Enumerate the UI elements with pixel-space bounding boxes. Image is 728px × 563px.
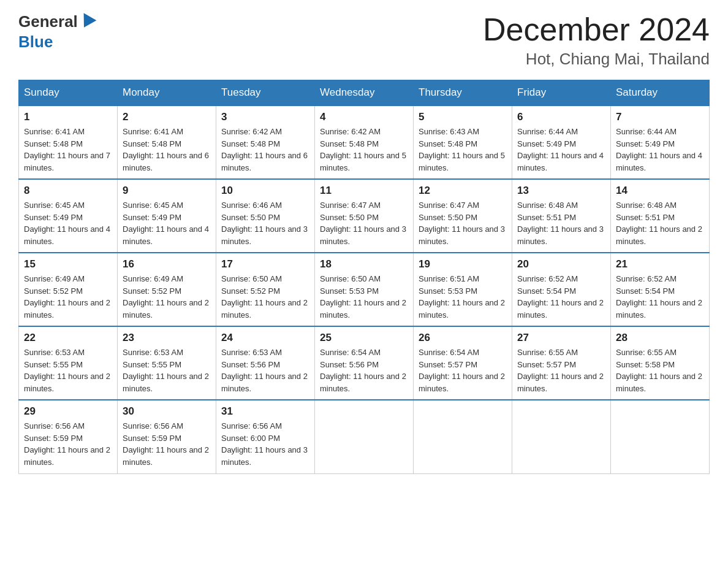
table-row: 9Sunrise: 6:45 AMSunset: 5:49 PMDaylight… <box>118 179 216 253</box>
day-info: Sunrise: 6:45 AMSunset: 5:49 PMDaylight:… <box>123 199 211 247</box>
day-number: 16 <box>123 258 211 270</box>
day-number: 4 <box>320 111 408 123</box>
logo-triangle-icon <box>77 13 96 31</box>
day-info: Sunrise: 6:44 AMSunset: 5:49 PMDaylight:… <box>517 126 605 174</box>
day-info: Sunrise: 6:50 AMSunset: 5:53 PMDaylight:… <box>320 273 408 321</box>
day-number: 25 <box>320 332 408 344</box>
calendar-table: SundayMondayTuesdayWednesdayThursdayFrid… <box>18 80 710 474</box>
day-info: Sunrise: 6:47 AMSunset: 5:50 PMDaylight:… <box>419 199 507 247</box>
table-row: 26Sunrise: 6:54 AMSunset: 5:57 PMDayligh… <box>414 326 512 400</box>
col-header-sunday: Sunday <box>19 80 118 106</box>
day-number: 11 <box>320 185 408 197</box>
table-row: 27Sunrise: 6:55 AMSunset: 5:57 PMDayligh… <box>512 326 611 400</box>
day-number: 10 <box>221 185 309 197</box>
day-info: Sunrise: 6:55 AMSunset: 5:58 PMDaylight:… <box>616 347 704 394</box>
day-info: Sunrise: 6:41 AMSunset: 5:48 PMDaylight:… <box>123 126 211 174</box>
day-number: 30 <box>123 405 211 418</box>
table-row: 3Sunrise: 6:42 AMSunset: 5:48 PMDaylight… <box>216 105 315 179</box>
day-number: 6 <box>517 111 605 123</box>
day-number: 29 <box>24 405 112 418</box>
table-row: 17Sunrise: 6:50 AMSunset: 5:52 PMDayligh… <box>216 253 315 326</box>
day-info: Sunrise: 6:45 AMSunset: 5:49 PMDaylight:… <box>24 199 112 247</box>
table-row <box>315 400 414 473</box>
table-row: 22Sunrise: 6:53 AMSunset: 5:55 PMDayligh… <box>19 326 118 400</box>
day-info: Sunrise: 6:41 AMSunset: 5:48 PMDaylight:… <box>24 126 112 174</box>
day-number: 15 <box>24 258 112 270</box>
day-info: Sunrise: 6:55 AMSunset: 5:57 PMDaylight:… <box>517 347 605 394</box>
col-header-thursday: Thursday <box>414 80 512 106</box>
day-number: 1 <box>24 111 112 123</box>
col-header-friday: Friday <box>512 80 611 106</box>
table-row: 20Sunrise: 6:52 AMSunset: 5:54 PMDayligh… <box>512 253 611 326</box>
day-info: Sunrise: 6:52 AMSunset: 5:54 PMDaylight:… <box>517 273 605 321</box>
table-row: 24Sunrise: 6:53 AMSunset: 5:56 PMDayligh… <box>216 326 315 400</box>
table-row <box>414 400 512 473</box>
day-info: Sunrise: 6:49 AMSunset: 5:52 PMDaylight:… <box>24 273 112 321</box>
day-number: 18 <box>320 258 408 270</box>
table-row: 23Sunrise: 6:53 AMSunset: 5:55 PMDayligh… <box>118 326 216 400</box>
table-row: 13Sunrise: 6:48 AMSunset: 5:51 PMDayligh… <box>512 179 611 253</box>
day-info: Sunrise: 6:56 AMSunset: 5:59 PMDaylight:… <box>24 420 112 468</box>
day-number: 13 <box>517 185 605 197</box>
title-section: December 2024 Hot, Chiang Mai, Thailand <box>483 12 710 69</box>
location-title: Hot, Chiang Mai, Thailand <box>483 50 710 69</box>
table-row: 15Sunrise: 6:49 AMSunset: 5:52 PMDayligh… <box>19 253 118 326</box>
table-row: 28Sunrise: 6:55 AMSunset: 5:58 PMDayligh… <box>611 326 710 400</box>
table-row: 30Sunrise: 6:56 AMSunset: 5:59 PMDayligh… <box>118 400 216 473</box>
table-row: 19Sunrise: 6:51 AMSunset: 5:53 PMDayligh… <box>414 253 512 326</box>
day-number: 3 <box>221 111 309 123</box>
col-header-monday: Monday <box>118 80 216 106</box>
logo: General Blue <box>18 12 96 52</box>
day-info: Sunrise: 6:54 AMSunset: 5:56 PMDaylight:… <box>320 347 408 394</box>
day-number: 2 <box>123 111 211 123</box>
day-info: Sunrise: 6:53 AMSunset: 5:55 PMDaylight:… <box>24 347 112 394</box>
table-row: 29Sunrise: 6:56 AMSunset: 5:59 PMDayligh… <box>19 400 118 473</box>
table-row: 14Sunrise: 6:48 AMSunset: 5:51 PMDayligh… <box>611 179 710 253</box>
table-row <box>611 400 710 473</box>
day-info: Sunrise: 6:42 AMSunset: 5:48 PMDaylight:… <box>320 126 408 174</box>
day-number: 9 <box>123 185 211 197</box>
table-row: 10Sunrise: 6:46 AMSunset: 5:50 PMDayligh… <box>216 179 315 253</box>
month-title: December 2024 <box>483 12 710 47</box>
day-info: Sunrise: 6:43 AMSunset: 5:48 PMDaylight:… <box>419 126 507 174</box>
day-info: Sunrise: 6:48 AMSunset: 5:51 PMDaylight:… <box>616 199 704 247</box>
day-info: Sunrise: 6:56 AMSunset: 5:59 PMDaylight:… <box>123 420 211 468</box>
table-row: 31Sunrise: 6:56 AMSunset: 6:00 PMDayligh… <box>216 400 315 473</box>
day-number: 12 <box>419 185 507 197</box>
table-row: 11Sunrise: 6:47 AMSunset: 5:50 PMDayligh… <box>315 179 414 253</box>
calendar-header: SundayMondayTuesdayWednesdayThursdayFrid… <box>19 80 710 106</box>
table-row: 5Sunrise: 6:43 AMSunset: 5:48 PMDaylight… <box>414 105 512 179</box>
logo-blue-text: Blue <box>18 33 53 52</box>
table-row: 21Sunrise: 6:52 AMSunset: 5:54 PMDayligh… <box>611 253 710 326</box>
day-info: Sunrise: 6:53 AMSunset: 5:56 PMDaylight:… <box>221 347 309 394</box>
page-header: General Blue December 2024 Hot, Chiang M… <box>18 12 710 69</box>
day-number: 19 <box>419 258 507 270</box>
day-number: 8 <box>24 185 112 197</box>
day-number: 28 <box>616 332 704 344</box>
day-info: Sunrise: 6:42 AMSunset: 5:48 PMDaylight:… <box>221 126 309 174</box>
logo-general-text: General <box>18 12 78 31</box>
col-header-wednesday: Wednesday <box>315 80 414 106</box>
day-number: 27 <box>517 332 605 344</box>
table-row: 16Sunrise: 6:49 AMSunset: 5:52 PMDayligh… <box>118 253 216 326</box>
day-info: Sunrise: 6:49 AMSunset: 5:52 PMDaylight:… <box>123 273 211 321</box>
day-number: 21 <box>616 258 704 270</box>
table-row: 25Sunrise: 6:54 AMSunset: 5:56 PMDayligh… <box>315 326 414 400</box>
day-number: 5 <box>419 111 507 123</box>
calendar-week-4: 22Sunrise: 6:53 AMSunset: 5:55 PMDayligh… <box>19 326 710 400</box>
calendar-week-2: 8Sunrise: 6:45 AMSunset: 5:49 PMDaylight… <box>19 179 710 253</box>
day-info: Sunrise: 6:46 AMSunset: 5:50 PMDaylight:… <box>221 199 309 247</box>
day-info: Sunrise: 6:53 AMSunset: 5:55 PMDaylight:… <box>123 347 211 394</box>
col-header-tuesday: Tuesday <box>216 80 315 106</box>
day-info: Sunrise: 6:47 AMSunset: 5:50 PMDaylight:… <box>320 199 408 247</box>
calendar-week-3: 15Sunrise: 6:49 AMSunset: 5:52 PMDayligh… <box>19 253 710 326</box>
day-number: 24 <box>221 332 309 344</box>
table-row: 18Sunrise: 6:50 AMSunset: 5:53 PMDayligh… <box>315 253 414 326</box>
day-info: Sunrise: 6:44 AMSunset: 5:49 PMDaylight:… <box>616 126 704 174</box>
day-info: Sunrise: 6:52 AMSunset: 5:54 PMDaylight:… <box>616 273 704 321</box>
table-row: 12Sunrise: 6:47 AMSunset: 5:50 PMDayligh… <box>414 179 512 253</box>
day-number: 22 <box>24 332 112 344</box>
day-info: Sunrise: 6:50 AMSunset: 5:52 PMDaylight:… <box>221 273 309 321</box>
day-number: 7 <box>616 111 704 123</box>
day-info: Sunrise: 6:54 AMSunset: 5:57 PMDaylight:… <box>419 347 507 394</box>
